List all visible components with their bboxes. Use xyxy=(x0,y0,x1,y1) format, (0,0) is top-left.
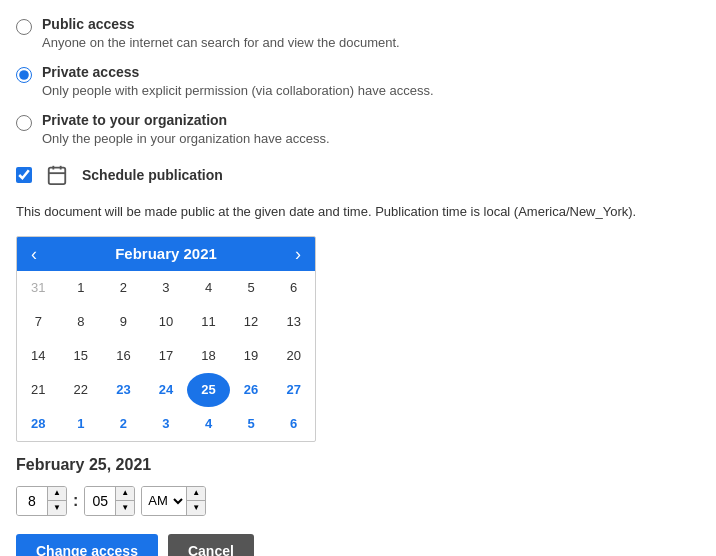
public-access-text: Public access Anyone on the internet can… xyxy=(42,16,400,50)
minute-spinner[interactable]: ▲ ▼ xyxy=(84,486,135,516)
hour-input[interactable] xyxy=(17,486,47,516)
org-radio[interactable] xyxy=(16,115,32,131)
calendar-day[interactable]: 6 xyxy=(272,271,315,305)
calendar-grid: 3112345678910111213141516171819202122232… xyxy=(17,271,315,441)
ampm-up-button[interactable]: ▲ xyxy=(187,486,205,501)
private-access-label: Private access xyxy=(42,64,434,80)
svg-rect-0 xyxy=(49,168,66,185)
minute-arrows: ▲ ▼ xyxy=(115,486,134,516)
calendar-day[interactable]: 19 xyxy=(230,339,273,373)
calendar-day[interactable]: 2 xyxy=(102,271,145,305)
schedule-row: Schedule publication xyxy=(16,160,700,190)
calendar-day[interactable]: 9 xyxy=(102,305,145,339)
calendar-day[interactable]: 15 xyxy=(60,339,103,373)
minute-input[interactable] xyxy=(85,486,115,516)
ampm-select[interactable]: AM PM ▲ ▼ xyxy=(141,486,206,516)
calendar-day[interactable]: 5 xyxy=(230,271,273,305)
calendar-day[interactable]: 2 xyxy=(102,407,145,441)
calendar-day[interactable]: 4 xyxy=(187,271,230,305)
time-row: ▲ ▼ : ▲ ▼ AM PM ▲ ▼ xyxy=(16,486,700,516)
calendar-day[interactable]: 25 xyxy=(187,373,230,407)
calendar-day[interactable]: 27 xyxy=(272,373,315,407)
calendar-day[interactable]: 22 xyxy=(60,373,103,407)
public-access-option[interactable]: Public access Anyone on the internet can… xyxy=(16,16,700,50)
private-radio[interactable] xyxy=(16,67,32,83)
info-text: This document will be made public at the… xyxy=(16,202,700,222)
org-access-desc: Only the people in your organization hav… xyxy=(42,131,330,146)
next-month-button[interactable]: › xyxy=(291,245,305,263)
private-access-option[interactable]: Private access Only people with explicit… xyxy=(16,64,700,98)
org-access-option[interactable]: Private to your organization Only the pe… xyxy=(16,112,700,146)
calendar-header: ‹ February 2021 › xyxy=(17,237,315,271)
calendar-day[interactable]: 5 xyxy=(230,407,273,441)
calendar-day[interactable]: 26 xyxy=(230,373,273,407)
calendar-day[interactable]: 24 xyxy=(145,373,188,407)
public-access-desc: Anyone on the internet can search for an… xyxy=(42,35,400,50)
action-row: Change access Cancel xyxy=(16,534,700,557)
change-access-button[interactable]: Change access xyxy=(16,534,158,557)
minute-up-button[interactable]: ▲ xyxy=(116,486,134,501)
calendar-day[interactable]: 20 xyxy=(272,339,315,373)
calendar-day[interactable]: 13 xyxy=(272,305,315,339)
calendar-day[interactable]: 11 xyxy=(187,305,230,339)
calendar-day[interactable]: 28 xyxy=(17,407,60,441)
calendar-day[interactable]: 3 xyxy=(145,271,188,305)
calendar-day[interactable]: 14 xyxy=(17,339,60,373)
calendar-day[interactable]: 10 xyxy=(145,305,188,339)
calendar-icon xyxy=(42,160,72,190)
calendar-day[interactable]: 16 xyxy=(102,339,145,373)
calendar-day[interactable]: 1 xyxy=(60,271,103,305)
public-radio[interactable] xyxy=(16,19,32,35)
calendar-day[interactable]: 18 xyxy=(187,339,230,373)
org-access-text: Private to your organization Only the pe… xyxy=(42,112,330,146)
calendar-day[interactable]: 21 xyxy=(17,373,60,407)
schedule-checkbox[interactable] xyxy=(16,167,32,183)
calendar-day[interactable]: 4 xyxy=(187,407,230,441)
schedule-label[interactable]: Schedule publication xyxy=(82,167,223,183)
ampm-down-button[interactable]: ▼ xyxy=(187,501,205,516)
ampm-arrows: ▲ ▼ xyxy=(186,486,205,516)
calendar-day[interactable]: 8 xyxy=(60,305,103,339)
calendar-day[interactable]: 12 xyxy=(230,305,273,339)
private-access-text: Private access Only people with explicit… xyxy=(42,64,434,98)
hour-spinner[interactable]: ▲ ▼ xyxy=(16,486,67,516)
time-colon: : xyxy=(73,492,78,510)
org-access-label: Private to your organization xyxy=(42,112,330,128)
calendar-day[interactable]: 1 xyxy=(60,407,103,441)
private-access-desc: Only people with explicit permission (vi… xyxy=(42,83,434,98)
ampm-dropdown[interactable]: AM PM xyxy=(142,487,186,515)
calendar-day[interactable]: 7 xyxy=(17,305,60,339)
hour-down-button[interactable]: ▼ xyxy=(48,501,66,516)
public-access-label: Public access xyxy=(42,16,400,32)
month-label: February 2021 xyxy=(115,245,217,262)
access-options: Public access Anyone on the internet can… xyxy=(16,16,700,146)
prev-month-button[interactable]: ‹ xyxy=(27,245,41,263)
minute-down-button[interactable]: ▼ xyxy=(116,501,134,516)
hour-arrows: ▲ ▼ xyxy=(47,486,66,516)
calendar-day[interactable]: 31 xyxy=(17,271,60,305)
hour-up-button[interactable]: ▲ xyxy=(48,486,66,501)
calendar: ‹ February 2021 › 3112345678910111213141… xyxy=(16,236,316,442)
cancel-button[interactable]: Cancel xyxy=(168,534,254,557)
calendar-day[interactable]: 17 xyxy=(145,339,188,373)
calendar-day[interactable]: 6 xyxy=(272,407,315,441)
calendar-day[interactable]: 23 xyxy=(102,373,145,407)
selected-date-label: February 25, 2021 xyxy=(16,456,700,474)
calendar-day[interactable]: 3 xyxy=(145,407,188,441)
